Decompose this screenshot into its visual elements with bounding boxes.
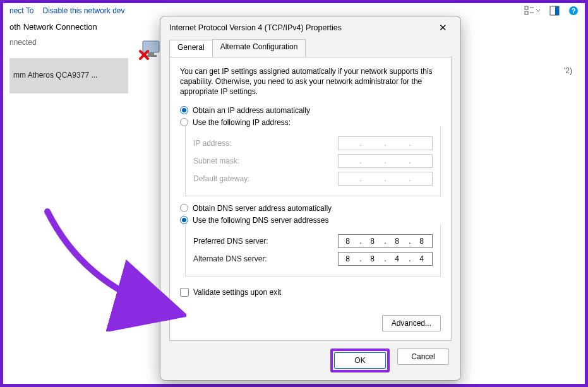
- ipv4-properties-dialog: Internet Protocol Version 4 (TCP/IPv4) P…: [160, 16, 461, 381]
- radio-label: Use the following DNS server addresses: [193, 216, 328, 225]
- dialog-title: Internet Protocol Version 4 (TCP/IPv4) P…: [169, 23, 342, 32]
- advanced-button[interactable]: Advanced...: [382, 315, 441, 331]
- alternate-dns-label: Alternate DNS server:: [193, 254, 267, 263]
- svg-rect-0: [525, 6, 528, 9]
- network-disabled-icon: [139, 39, 162, 61]
- disable-device-link[interactable]: Disable this network dev: [42, 6, 124, 15]
- validate-label: Validate settings upon exit: [193, 288, 281, 297]
- ip-address-input: ...: [338, 136, 433, 150]
- tab-alternate-configuration[interactable]: Alternate Configuration: [212, 39, 306, 57]
- view-options-icon[interactable]: [524, 6, 541, 16]
- tab-general[interactable]: General: [169, 40, 213, 57]
- checkbox-icon: [180, 288, 189, 297]
- radio-label: Obtain an IP address automatically: [193, 106, 310, 115]
- preferred-dns-label: Preferred DNS server:: [193, 237, 268, 246]
- radio-obtain-ip-auto[interactable]: Obtain an IP address automatically: [180, 106, 441, 115]
- preview-pane-icon[interactable]: [549, 6, 560, 16]
- subnet-mask-input: ...: [338, 154, 433, 168]
- preferred-dns-input[interactable]: 8.8.8.8: [338, 234, 433, 248]
- subnet-mask-label: Subnet mask:: [193, 157, 239, 165]
- cancel-button[interactable]: Cancel: [397, 348, 449, 365]
- partial-text: '2): [564, 66, 572, 75]
- svg-rect-9: [148, 52, 154, 55]
- radio-label: Obtain DNS server address automatically: [193, 204, 332, 213]
- radio-label: Use the following IP address:: [193, 118, 291, 127]
- default-gateway-label: Default gateway:: [193, 174, 249, 183]
- radio-use-following-dns[interactable]: Use the following DNS server addresses: [180, 216, 441, 225]
- help-icon[interactable]: ?: [568, 6, 579, 16]
- intro-text: You can get IP settings assigned automat…: [180, 66, 441, 97]
- connect-to-link[interactable]: nect To: [9, 6, 33, 15]
- radio-obtain-dns-auto[interactable]: Obtain DNS server address automatically: [180, 204, 441, 213]
- ok-button[interactable]: OK: [334, 352, 386, 369]
- adapter-name: mm Atheros QCA9377 ...: [13, 71, 124, 80]
- svg-rect-8: [143, 41, 159, 52]
- svg-rect-5: [555, 6, 559, 15]
- ip-address-label: IP address:: [193, 139, 231, 148]
- default-gateway-input: ...: [338, 172, 433, 186]
- ok-highlight: OK: [330, 348, 390, 372]
- validate-settings-checkbox[interactable]: Validate settings upon exit: [180, 288, 441, 297]
- adapter-item[interactable]: mm Atheros QCA9377 ...: [9, 58, 128, 93]
- close-icon[interactable]: ✕: [434, 19, 452, 37]
- svg-rect-1: [525, 11, 528, 15]
- radio-use-following-ip[interactable]: Use the following IP address:: [180, 118, 441, 127]
- alternate-dns-input[interactable]: 8.8.4.4: [338, 252, 433, 266]
- svg-text:?: ?: [572, 7, 576, 15]
